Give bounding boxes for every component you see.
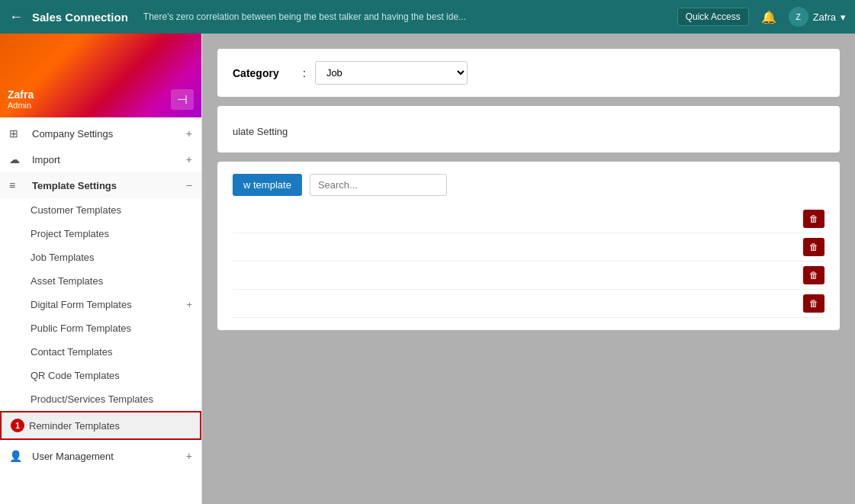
table-row [233,262,824,290]
category-select[interactable]: Job Project Customer Asset Contact [315,61,468,85]
public-form-templates-label: Public Form Templates [31,323,131,334]
quick-access-button[interactable]: Quick Access [677,8,749,26]
sidebar-nav: ⊞ Company Settings + ☁ Import + ≡ Templa… [0,117,201,472]
trash-icon [809,298,818,309]
customer-templates-label: Customer Templates [31,204,121,216]
sidebar-item-user-management[interactable]: 👤 User Management + [0,443,201,469]
sidebar-item-template-settings[interactable]: ≡ Template Settings − [0,172,201,198]
trash-icon [809,213,818,224]
plus-icon-user: + [186,450,192,462]
plus-icon: + [186,127,192,140]
sidebar-item-company-settings[interactable]: ⊞ Company Settings + [0,120,201,146]
sidebar-item-import[interactable]: ☁ Import + [0,146,201,172]
step-badge: 1 [11,419,24,432]
minus-icon: − [186,179,192,191]
header-quote: There's zero correlation between being t… [143,11,677,22]
sidebar-item-asset-templates[interactable]: Asset Templates [0,269,201,293]
simulate-setting-card: ulate Setting [217,106,840,152]
product-services-templates-label: Product/Services Templates [31,393,153,405]
user-name-label: Zafra [813,11,836,23]
users-icon: 👤 [9,450,26,462]
user-management-label: User Management [32,451,186,462]
sidebar: Zafra Admin ⊣ ⊞ Company Settings + ☁ Imp… [0,34,202,504]
sidebar-item-reminder-templates[interactable]: 1 Reminder Templates [0,411,201,440]
delete-button-4[interactable] [803,294,824,313]
table-row [233,290,824,318]
category-colon: : [303,67,306,79]
template-list [233,205,824,318]
user-menu[interactable]: Z Zafra ▾ [789,7,846,27]
plus-icon-import: + [186,153,192,165]
sidebar-item-qr-code-templates[interactable]: QR Code Templates [0,364,201,387]
import-label: Import [32,154,186,165]
notification-bell-icon[interactable]: 🔔 [761,10,776,24]
job-templates-label: Job Templates [31,252,95,263]
avatar: Z [789,7,808,27]
table-row [233,233,824,262]
header-right-area: Quick Access 🔔 Z Zafra ▾ [677,7,846,27]
category-label: Category [233,67,294,79]
template-settings-label: Template Settings [32,180,186,191]
sidebar-item-customer-templates[interactable]: Customer Templates [0,198,201,222]
sidebar-item-public-form-templates[interactable]: Public Form Templates [0,316,201,340]
reminder-templates-label: Reminder Templates [29,420,120,432]
sidebar-item-contact-templates[interactable]: Contact Templates [0,340,201,364]
template-search-input[interactable] [310,174,447,196]
sidebar-item-digital-form-templates[interactable]: Digital Form Templates + [0,293,201,316]
delete-button-3[interactable] [803,266,824,284]
sidebar-item-job-templates[interactable]: Job Templates [0,246,201,269]
category-card: Category : Job Project Customer Asset Co… [217,49,840,97]
logout-button[interactable]: ⊣ [171,89,194,110]
sidebar-item-project-templates[interactable]: Project Templates [0,222,201,246]
plus-icon-digital: + [186,299,192,310]
import-icon: ☁ [9,153,26,165]
asset-templates-label: Asset Templates [31,275,103,287]
sidebar-user-role: Admin [8,101,34,110]
user-info: Zafra Admin [8,88,34,110]
template-action-bar: w template [233,174,824,196]
company-settings-label: Company Settings [32,128,186,140]
back-icon[interactable]: ← [9,9,23,25]
trash-icon [809,242,818,252]
top-header: ← Sales Connection There's zero correlat… [0,0,855,34]
main-layout: Zafra Admin ⊣ ⊞ Company Settings + ☁ Imp… [0,34,855,504]
delete-button-1[interactable] [803,210,824,228]
sidebar-item-product-services-templates[interactable]: Product/Services Templates [0,387,201,411]
template-list-card: w template [217,162,840,330]
delete-button-2[interactable] [803,238,824,256]
trash-icon [809,270,818,281]
contact-templates-label: Contact Templates [31,346,112,358]
sidebar-user-name: Zafra [8,88,34,101]
category-row: Category : Job Project Customer Asset Co… [233,61,824,85]
project-templates-label: Project Templates [31,228,109,239]
sidebar-user-area: Zafra Admin ⊣ [0,34,201,117]
new-template-button[interactable]: w template [233,174,302,196]
app-title: Sales Connection [32,11,128,24]
digital-form-templates-label: Digital Form Templates [31,299,132,310]
template-icon: ≡ [9,179,26,191]
grid-icon: ⊞ [9,127,26,140]
chevron-down-icon: ▾ [841,11,846,23]
main-content: Category : Job Project Customer Asset Co… [202,34,855,504]
qr-code-templates-label: QR Code Templates [31,370,120,381]
simulate-setting-label: ulate Setting [233,118,824,140]
template-settings-sub-items: Customer Templates Project Templates Job… [0,198,201,440]
table-row [233,205,824,233]
